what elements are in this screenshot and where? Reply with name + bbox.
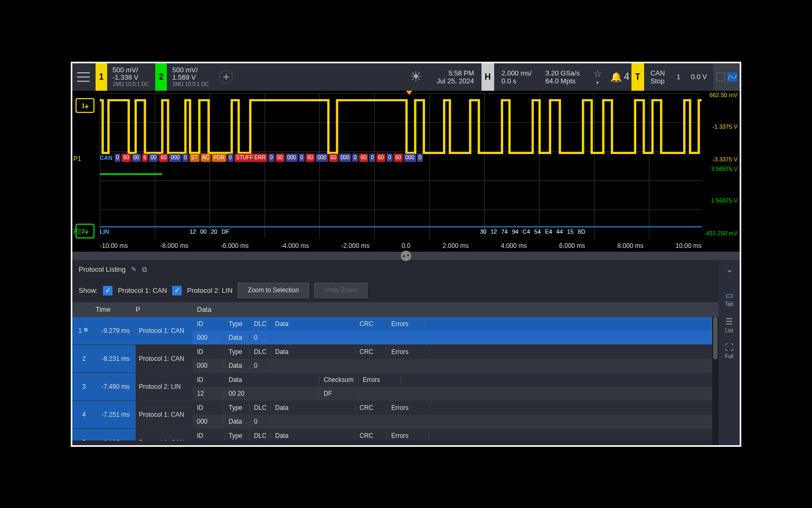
menu-button[interactable]: [72, 63, 95, 91]
table-row[interactable]: 1 🔍 -9.279 ms Protocol 1: CAN IDTypeDLCD…: [72, 317, 719, 345]
can-decode-lane: CAN 06000600600000STACFOR0STUFF ERR06000…: [100, 153, 702, 162]
v-label-4: 3.56875 V: [711, 166, 738, 172]
can-frame: 60: [121, 154, 130, 162]
table-row[interactable]: 2 -8.231 ms Protocol 1: CAN IDTypeDLCDat…: [72, 345, 719, 373]
row-protocol: Protocol 1: CAN: [136, 401, 193, 428]
row-number: 2: [72, 345, 96, 372]
waveform-display[interactable]: 1⏚ 2⏚ P1 P2 662.50 mV -1.3375 V -3.3375 …: [72, 91, 740, 252]
v-label-6: -431.250 mV: [704, 230, 738, 236]
fullscreen-icon: ⛶: [725, 343, 733, 352]
table-row[interactable]: 5 -6.195 ms Protocol 1: CAN IDTypeDLCDat…: [72, 429, 719, 440]
acquisition-block[interactable]: 3.20 GSa/s 64.0 Mpts: [539, 63, 586, 91]
proto1-label: Protocol 1: CAN: [118, 286, 167, 294]
proto1-checkbox[interactable]: ✓: [103, 286, 112, 295]
row-protocol: Protocol 1: CAN: [136, 345, 193, 372]
panel-title: Protocol Listing: [79, 265, 126, 273]
can-frame: 60: [329, 154, 338, 162]
row-time: -6.195 ms: [96, 429, 136, 440]
trigger-badge[interactable]: T: [631, 63, 644, 91]
can-frame: FOR: [212, 154, 226, 162]
can-frame: 0: [228, 154, 234, 162]
brightness-icon[interactable]: ☀: [403, 63, 429, 91]
can-frame: 60: [276, 154, 285, 162]
popout-icon[interactable]: ⧉: [142, 265, 147, 274]
can-frame: 60: [394, 154, 403, 162]
zoom-selection-button[interactable]: Zoom to Selection: [238, 283, 309, 298]
lin-byte: 94: [512, 228, 518, 235]
ch2-waveform: [100, 169, 702, 232]
datetime-block[interactable]: 5:58 PM Jul 25, 2024: [430, 63, 480, 91]
can-lane-label: CAN: [100, 155, 112, 161]
oscilloscope-screen: 1 500 mV/ -1.338 V 1MΩ 10.0:1 DC 2 500 m…: [71, 62, 741, 447]
col-time[interactable]: Time: [96, 305, 136, 313]
ch1-ground-badge[interactable]: 1⏚: [75, 98, 95, 113]
ch2-coupling: 1MΩ 10.0:1 DC: [172, 81, 209, 87]
time-tick: -10.00 ms: [100, 242, 128, 250]
v-label-3: -3.3375 V: [712, 156, 738, 162]
table-scrollbar[interactable]: [712, 317, 719, 447]
ch2-offset: 1.569 V: [172, 74, 209, 81]
table-row[interactable]: 4 -7.251 ms Protocol 1: CAN IDTypeDLCDat…: [72, 401, 719, 429]
channel-1-block[interactable]: 1 500 mV/ -1.338 V 1MΩ 10.0:1 DC: [96, 63, 154, 91]
horizontal-badge[interactable]: H: [481, 63, 494, 91]
notifications-button[interactable]: 🔔4: [609, 63, 630, 91]
favorites-button[interactable]: ☆▾: [587, 63, 608, 91]
svg-rect-0: [716, 73, 725, 81]
time-axis: -10.00 ms-8.000 ms-6.000 ms-4.000 ms-2.0…: [100, 242, 702, 250]
channel-2-badge: 2: [155, 63, 167, 91]
add-channel-button[interactable]: +: [219, 70, 233, 84]
protocol-controls: Show: ✓ Protocol 1: CAN ✓ Protocol 2: LI…: [72, 279, 719, 302]
v-label-2: -1.3375 V: [712, 123, 738, 130]
row-data: IDTypeDLCDataCRCErrors: [193, 429, 719, 440]
trigger-mode: Stop: [650, 77, 665, 85]
can-frame: 60: [159, 154, 168, 162]
trigger-info[interactable]: CAN Stop: [645, 63, 670, 91]
time-tick: -2.000 ms: [341, 242, 369, 250]
undo-zoom-button[interactable]: Undo Zoom: [314, 283, 367, 298]
row-data: IDTypeDLCDataCRCErrors 000Data0: [193, 401, 719, 428]
edit-icon[interactable]: ✎: [131, 265, 137, 273]
collapse-chevron-icon[interactable]: ⌄: [726, 264, 733, 274]
protocol-main: Protocol Listing ✎ ⧉ Show: ✓ Protocol 1:…: [72, 260, 719, 447]
wave-icon: [728, 72, 737, 82]
lin-byte: 44: [556, 228, 563, 235]
protocol-table: Time P Data 1 🔍 -9.279 ms Protocol 1: CA…: [72, 302, 719, 447]
col-protocol[interactable]: P: [136, 305, 193, 313]
lin-byte: DF: [222, 228, 230, 235]
row-number: 5: [72, 429, 96, 440]
lin-byte: 30: [480, 228, 486, 235]
full-view-button[interactable]: ⛶ Full: [719, 339, 740, 363]
trigger-source: CAN: [650, 69, 665, 77]
can-frame: 0: [386, 154, 393, 162]
can-frame: 000: [404, 154, 416, 162]
panel-resize-handle[interactable]: ▲▼: [72, 252, 740, 260]
proto2-checkbox[interactable]: ✓: [172, 286, 182, 295]
protocol-panel: Protocol Listing ✎ ⧉ Show: ✓ Protocol 1:…: [72, 260, 740, 447]
trigger-marker-icon: [406, 91, 412, 95]
table-row[interactable]: 3 -7.490 ms Protocol 2: LIN IDDataChecks…: [72, 373, 719, 401]
list-view-button[interactable]: ☰ List: [719, 312, 740, 338]
scroll-thumb[interactable]: [713, 317, 717, 359]
tab-icon: ▭: [725, 290, 733, 300]
col-data[interactable]: Data: [193, 305, 719, 313]
trigger-level: 0.0 V: [691, 73, 707, 81]
timebase-block[interactable]: 2.000 ms/ 0.0 s: [495, 63, 538, 91]
memory-depth: 64.0 Mpts: [545, 77, 580, 85]
time-tick: 10.00 ms: [676, 242, 702, 250]
trigger-values: 1 0.0 V: [671, 63, 712, 91]
time-tick: 8.000 ms: [617, 242, 643, 250]
can-frame: AC: [201, 154, 211, 162]
can-frame: 60: [359, 154, 368, 162]
time-tick: -8.000 ms: [160, 242, 188, 250]
time-tick: 0.0: [402, 242, 411, 250]
can-frame: 0: [115, 154, 121, 162]
lin-lane-label: LIN: [100, 228, 109, 235]
table-body[interactable]: 1 🔍 -9.279 ms Protocol 1: CAN IDTypeDLCD…: [72, 317, 719, 440]
row-data: IDTypeDLCDataCRCErrors 000Data0: [193, 345, 719, 372]
tab-view-button[interactable]: ▭ Tab: [719, 286, 740, 311]
channel-2-block[interactable]: 2 500 mV/ 1.569 V 1MΩ 10.0:1 DC: [155, 63, 214, 91]
can-frame: 000: [286, 154, 298, 162]
v-label-5: 1.56875 V: [711, 197, 738, 204]
lin-byte: C4: [523, 228, 530, 235]
display-mode-buttons[interactable]: [713, 63, 740, 91]
